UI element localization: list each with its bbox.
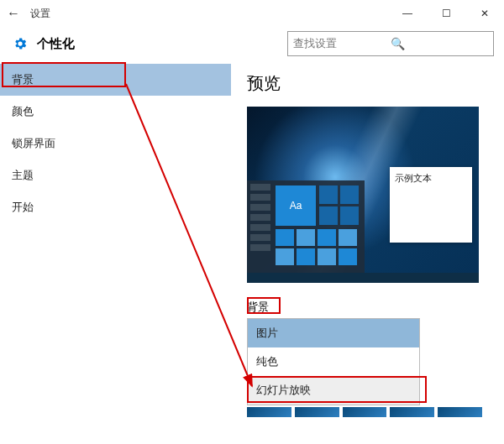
sidebar-item-start[interactable]: 开始 xyxy=(0,191,231,223)
desktop-preview: Aa 示例文本 xyxy=(247,107,479,283)
sample-text: 示例文本 xyxy=(395,173,432,183)
dropdown-label: 背景 xyxy=(247,300,489,315)
page-title: 个性化 xyxy=(37,36,287,52)
option-slideshow[interactable]: 幻灯片放映 xyxy=(248,376,419,405)
maximize-button[interactable]: ☐ xyxy=(427,0,465,27)
thumbnail-strip xyxy=(247,407,482,417)
search-icon: 🔍 xyxy=(391,37,488,50)
sidebar-item-themes[interactable]: 主题 xyxy=(0,159,231,191)
option-label: 纯色 xyxy=(256,354,278,369)
sidebar-item-colors[interactable]: 颜色 xyxy=(0,96,231,128)
sidebar-item-label: 背景 xyxy=(12,72,34,87)
sidebar-item-label: 开始 xyxy=(12,200,34,215)
sidebar-item-label: 主题 xyxy=(12,168,34,183)
preview-sample-window: 示例文本 xyxy=(390,167,472,243)
back-button[interactable]: ← xyxy=(0,6,27,21)
background-dropdown[interactable]: 图片 纯色 幻灯片放映 xyxy=(247,318,420,405)
sidebar-item-lockscreen[interactable]: 锁屏界面 xyxy=(0,128,231,159)
minimize-button[interactable]: — xyxy=(388,0,427,27)
search-placeholder: 查找设置 xyxy=(293,36,391,51)
option-picture[interactable]: 图片 xyxy=(248,319,419,347)
option-label: 图片 xyxy=(256,326,278,341)
preview-heading: 预览 xyxy=(247,72,489,95)
sidebar: 背景 颜色 锁屏界面 主题 开始 xyxy=(0,60,232,444)
sidebar-item-label: 锁屏界面 xyxy=(12,136,55,151)
gear-icon xyxy=(12,35,29,52)
sidebar-item-background[interactable]: 背景 xyxy=(0,64,231,96)
content: 预览 Aa 示例文本 背景 图片 纯色 幻灯片放映 xyxy=(232,60,504,444)
titlebar: ← 设置 — ☐ ✕ xyxy=(0,0,504,27)
close-button[interactable]: ✕ xyxy=(465,0,504,27)
option-solid[interactable]: 纯色 xyxy=(248,347,419,376)
preview-tile-aa: Aa xyxy=(276,185,316,226)
header: 个性化 查找设置 🔍 xyxy=(0,27,504,60)
search-input[interactable]: 查找设置 🔍 xyxy=(287,31,494,56)
sidebar-item-label: 颜色 xyxy=(12,104,34,119)
window-title: 设置 xyxy=(27,7,388,21)
option-label: 幻灯片放映 xyxy=(256,383,311,398)
